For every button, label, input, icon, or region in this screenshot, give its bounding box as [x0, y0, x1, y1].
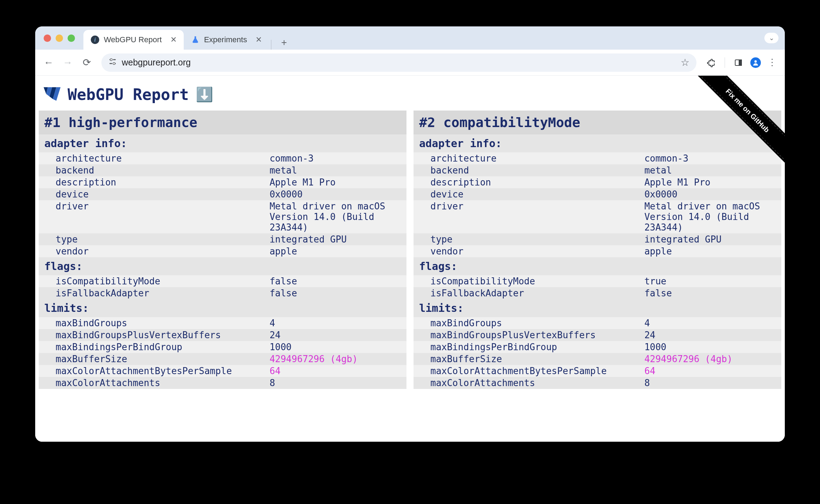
- adapter-columns: #1 high-performanceadapter info:architec…: [35, 111, 785, 389]
- row-value: apple: [267, 245, 406, 257]
- site-settings-icon[interactable]: [108, 57, 117, 68]
- data-table: architecturecommon-3backendmetaldescript…: [414, 152, 781, 257]
- svg-text:i: i: [94, 36, 96, 43]
- row-key: maxBufferSize: [39, 353, 267, 365]
- table-row: maxColorAttachments8: [39, 377, 406, 389]
- data-table: maxBindGroups4maxBindGroupsPlusVertexBuf…: [39, 317, 406, 389]
- row-key: vendor: [414, 245, 642, 257]
- table-row: maxBindGroupsPlusVertexBuffers24: [414, 329, 781, 341]
- page-title: WebGPU Report: [68, 86, 189, 103]
- row-key: maxBindGroupsPlusVertexBuffers: [414, 329, 642, 341]
- row-key: maxColorAttachments: [39, 377, 267, 389]
- back-button[interactable]: ←: [41, 55, 56, 70]
- profile-avatar[interactable]: [750, 57, 761, 68]
- reload-button[interactable]: ⟳: [79, 55, 94, 70]
- row-value: Apple M1 Pro: [642, 176, 781, 188]
- svg-point-7: [113, 62, 115, 64]
- adapter-column: #2 compatibilityModeadapter info:archite…: [414, 111, 781, 389]
- new-tab-button[interactable]: +: [278, 36, 290, 50]
- row-value: Metal driver on macOS Version 14.0 (Buil…: [642, 200, 781, 233]
- window-close-button[interactable]: [44, 34, 51, 42]
- row-key: driver: [414, 200, 642, 233]
- table-row: device0x0000: [414, 188, 781, 200]
- window-minimize-button[interactable]: [56, 34, 63, 42]
- adapter-column: #1 high-performanceadapter info:architec…: [39, 111, 406, 389]
- reload-icon: ⟳: [83, 57, 91, 68]
- column-header: #2 compatibilityMode: [414, 111, 781, 134]
- row-key: vendor: [39, 245, 267, 257]
- download-button[interactable]: ⬇️: [196, 86, 213, 103]
- row-value: apple: [642, 245, 781, 257]
- row-value: metal: [642, 164, 781, 176]
- row-value: 64: [267, 365, 406, 377]
- menu-button[interactable]: ⋮: [765, 57, 779, 68]
- row-value: common-3: [267, 152, 406, 164]
- table-row: maxBindGroups4: [414, 317, 781, 329]
- extensions-icon[interactable]: [704, 58, 719, 67]
- toolbar-right: ⋮: [704, 57, 779, 68]
- subsection-header: adapter info:: [39, 134, 406, 152]
- row-key: isCompatibilityMode: [414, 275, 642, 287]
- table-row: descriptionApple M1 Pro: [39, 176, 406, 188]
- table-row: vendorapple: [414, 245, 781, 257]
- svg-rect-4: [109, 63, 112, 64]
- row-key: device: [39, 188, 267, 200]
- tab-title: WebGPU Report: [104, 35, 162, 44]
- titlebar: i WebGPU Report ✕ Experiments ✕ + ⌄: [35, 26, 785, 50]
- row-key: maxColorAttachmentBytesPerSample: [39, 365, 267, 377]
- close-icon[interactable]: ✕: [256, 35, 262, 44]
- tab-title: Experiments: [204, 35, 247, 44]
- row-key: type: [39, 233, 267, 245]
- side-panel-icon[interactable]: [731, 58, 746, 67]
- table-row: typeintegrated GPU: [414, 233, 781, 245]
- row-value: 1000: [267, 341, 406, 353]
- row-value: false: [642, 287, 781, 299]
- table-row: architecturecommon-3: [39, 152, 406, 164]
- row-value: 64: [642, 365, 781, 377]
- row-key: maxColorAttachmentBytesPerSample: [414, 365, 642, 377]
- bookmark-star-icon[interactable]: ☆: [681, 57, 689, 68]
- traffic-lights: [44, 34, 75, 42]
- table-row: typeintegrated GPU: [39, 233, 406, 245]
- row-value: 8: [267, 377, 406, 389]
- row-value: integrated GPU: [267, 233, 406, 245]
- table-row: driverMetal driver on macOS Version 14.0…: [39, 200, 406, 233]
- info-icon: i: [90, 35, 100, 44]
- tab-webgpu-report[interactable]: i WebGPU Report ✕: [83, 30, 184, 50]
- data-table: maxBindGroups4maxBindGroupsPlusVertexBuf…: [414, 317, 781, 389]
- window-maximize-button[interactable]: [68, 34, 75, 42]
- row-key: maxBindGroupsPlusVertexBuffers: [39, 329, 267, 341]
- table-row: isFallbackAdapterfalse: [414, 287, 781, 299]
- row-value: Metal driver on macOS Version 14.0 (Buil…: [267, 200, 406, 233]
- table-row: maxBindGroups4: [39, 317, 406, 329]
- row-value: 1000: [642, 341, 781, 353]
- tab-experiments[interactable]: Experiments ✕: [184, 30, 269, 50]
- row-key: architecture: [414, 152, 642, 164]
- divider: [271, 40, 271, 50]
- forward-button[interactable]: →: [60, 55, 75, 70]
- row-key: device: [414, 188, 642, 200]
- tab-search-button[interactable]: ⌄: [764, 33, 778, 43]
- subsection-header: limits:: [39, 299, 406, 317]
- arrow-right-icon: →: [63, 57, 72, 68]
- flask-icon: [191, 35, 200, 44]
- row-value: 0x0000: [642, 188, 781, 200]
- svg-rect-10: [739, 60, 742, 65]
- table-row: backendmetal: [39, 164, 406, 176]
- url-text: webgpureport.org: [122, 57, 191, 68]
- table-row: backendmetal: [414, 164, 781, 176]
- row-key: description: [414, 176, 642, 188]
- subsection-header: limits:: [414, 299, 781, 317]
- row-value: false: [267, 275, 406, 287]
- close-icon[interactable]: ✕: [170, 35, 177, 44]
- table-row: isFallbackAdapterfalse: [39, 287, 406, 299]
- row-value: 24: [642, 329, 781, 341]
- table-row: maxBufferSize4294967296 (4gb): [39, 353, 406, 365]
- url-bar[interactable]: webgpureport.org ☆: [101, 53, 696, 72]
- divider: [725, 57, 725, 68]
- row-key: maxColorAttachments: [414, 377, 642, 389]
- row-key: maxBindingsPerBindGroup: [414, 341, 642, 353]
- table-row: isCompatibilityModefalse: [39, 275, 406, 287]
- row-key: maxBufferSize: [414, 353, 642, 365]
- data-table: architecturecommon-3backendmetaldescript…: [39, 152, 406, 257]
